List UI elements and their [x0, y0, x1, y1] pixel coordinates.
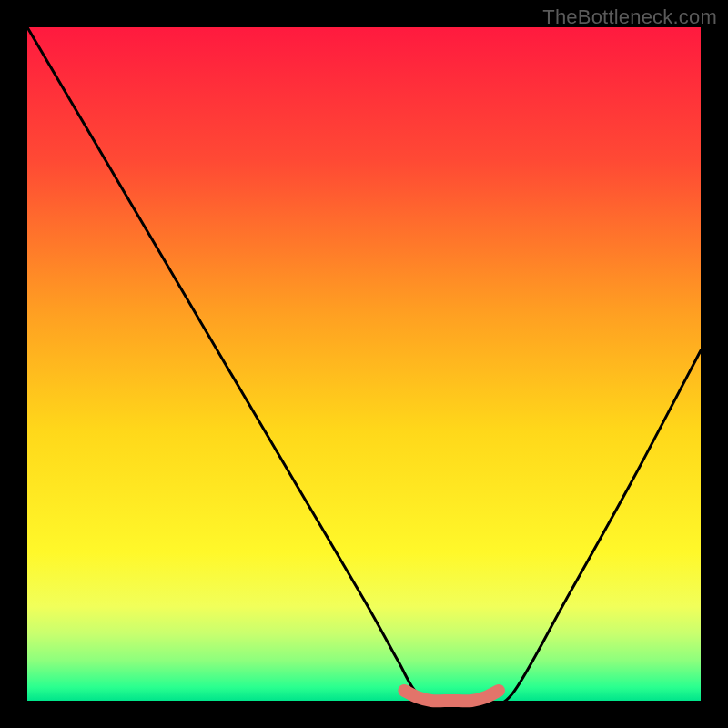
- chart-svg: [0, 0, 728, 728]
- watermark-text: TheBottleneck.com: [542, 5, 717, 29]
- chart-frame: TheBottleneck.com: [0, 0, 728, 728]
